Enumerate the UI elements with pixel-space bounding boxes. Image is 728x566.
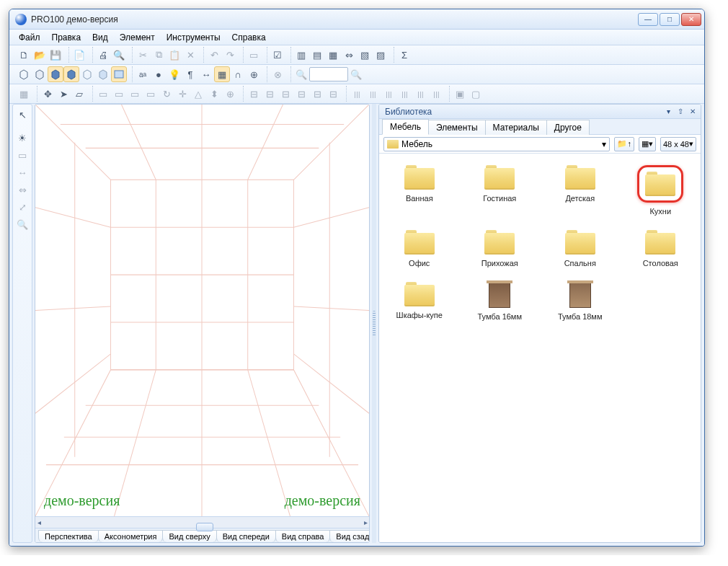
group-icon[interactable]: ▣ [452, 86, 468, 102]
target-icon[interactable]: ⊕ [246, 66, 262, 82]
close-button[interactable]: ✕ [681, 13, 701, 26]
open-icon[interactable]: 📂 [32, 47, 48, 63]
delete-icon[interactable]: ✕ [182, 47, 198, 63]
folder-kitchens[interactable]: Кухни [621, 162, 701, 218]
snap-2-icon[interactable]: ⊟ [262, 86, 278, 102]
tab-right[interactable]: Вид справа [275, 530, 331, 542]
menu-view[interactable]: Вид [87, 31, 113, 44]
folder-living[interactable]: Гостиная [460, 162, 541, 218]
flip-icon[interactable]: ⬍ [206, 86, 222, 102]
tab-perspective[interactable]: Перспектива [38, 530, 99, 542]
viewport-scrollbar[interactable]: ◂ ▸ [35, 516, 369, 528]
align-2-icon[interactable]: ▭ [111, 86, 127, 102]
cursor-tool-icon[interactable]: ↖ [14, 107, 30, 123]
center-icon[interactable]: ✛ [174, 86, 190, 102]
folder-office[interactable]: Офис [379, 227, 460, 270]
lamp-icon[interactable]: ¶ [182, 66, 198, 82]
print-preview-icon[interactable]: 🔍 [111, 47, 127, 63]
outline-icon[interactable] [79, 66, 95, 82]
snap-3-icon[interactable]: ⊟ [278, 86, 293, 102]
crosshair-icon[interactable]: ⊗ [270, 66, 285, 82]
menu-tools[interactable]: Инструменты [161, 31, 226, 44]
folder-kids[interactable]: Детская [540, 162, 621, 218]
panel-pin-icon[interactable]: ⇧ [675, 107, 685, 117]
light-icon[interactable]: 💡 [167, 66, 182, 82]
dist-4-icon[interactable]: ⫼ [396, 86, 412, 102]
snap-4-icon[interactable]: ⊟ [293, 86, 309, 102]
measure-tool-icon[interactable]: ☀ [14, 130, 30, 146]
folder-up-icon[interactable]: 📁↑ [614, 137, 634, 151]
dist-3-icon[interactable]: ⫼ [381, 86, 396, 102]
tool-4-icon[interactable]: ↔ [14, 164, 30, 180]
ungroup-icon[interactable]: ▢ [468, 86, 484, 102]
tab-axonometry[interactable]: Аксонометрия [98, 530, 164, 542]
select-all-icon[interactable]: ▦ [16, 86, 32, 102]
minimize-button[interactable]: — [638, 13, 658, 26]
folder-hallway[interactable]: Прихожая [460, 227, 541, 270]
titlebar[interactable]: PRO100 демо-версия — □ ✕ [9, 9, 704, 30]
item-cabinet-18[interactable]: Тумба 18мм [540, 279, 621, 324]
align-1-icon[interactable]: ▭ [95, 86, 111, 102]
print-icon[interactable]: 🖨 [95, 47, 111, 63]
polygon-icon[interactable]: ▱ [71, 86, 87, 102]
align-3-icon[interactable]: ▭ [127, 86, 143, 102]
menu-edit[interactable]: Правка [47, 31, 86, 44]
pointer-icon[interactable]: ➤ [56, 86, 71, 102]
tab-other[interactable]: Другое [546, 120, 590, 135]
library-path-field[interactable]: Мебель ▾ [383, 137, 610, 151]
shaded-icon[interactable] [48, 66, 63, 82]
view-mode-icon[interactable]: ▦▾ [639, 137, 656, 151]
rotate-icon[interactable]: ↻ [159, 86, 174, 102]
snap-1-icon[interactable]: ⊟ [246, 86, 262, 102]
tool-7-icon[interactable]: 🔍 [14, 216, 30, 232]
dist-1-icon[interactable]: ⫼ [349, 86, 365, 102]
sigma-icon[interactable]: Σ [396, 47, 412, 63]
report-4-icon[interactable]: ⇔ [341, 47, 357, 63]
snap-6-icon[interactable]: ⊟ [325, 86, 341, 102]
text-label-icon[interactable]: aa [135, 66, 151, 82]
report-1-icon[interactable]: ▥ [293, 47, 309, 63]
tab-top[interactable]: Вид сверху [162, 530, 216, 542]
folder-dining[interactable]: Столовая [621, 227, 701, 270]
dist-5-icon[interactable]: ⫼ [412, 86, 428, 102]
report-6-icon[interactable]: ▨ [373, 47, 389, 63]
folder-bathroom[interactable]: Ванная [379, 162, 460, 218]
item-cabinet-16[interactable]: Тумба 16мм [460, 279, 541, 324]
menu-element[interactable]: Элемент [115, 31, 160, 44]
cut-icon[interactable]: ✂ [135, 47, 151, 63]
panel-close-icon[interactable]: ✕ [688, 107, 698, 117]
tab-furniture[interactable]: Мебель [382, 119, 429, 135]
center-2-icon[interactable]: ⊕ [222, 86, 238, 102]
properties-icon[interactable]: 📄 [71, 47, 87, 63]
folder-wardrobes[interactable]: Шкафы-купе [379, 279, 460, 324]
dimension-icon[interactable]: ↔ [198, 66, 214, 82]
report-5-icon[interactable]: ▧ [357, 47, 373, 63]
transparent-icon[interactable] [95, 66, 111, 82]
grid-icon[interactable]: ▦ [214, 66, 230, 82]
thumb-size-button[interactable]: 48 x 48 ▾ [660, 137, 696, 151]
folder-bedroom[interactable]: Спальня [540, 227, 621, 270]
sphere-icon[interactable]: ● [151, 66, 167, 82]
tool-3-icon[interactable]: ▭ [14, 147, 30, 163]
maximize-button[interactable]: □ [660, 13, 680, 26]
menu-help[interactable]: Справка [227, 31, 271, 44]
room-box-icon[interactable] [111, 66, 127, 82]
splitter[interactable] [372, 104, 376, 543]
tab-elements[interactable]: Элементы [428, 120, 486, 135]
viewport-3d[interactable]: демо-версия демо-версия [35, 105, 369, 516]
redo-icon[interactable]: ↷ [222, 47, 238, 63]
tab-back[interactable]: Вид сзади [329, 530, 370, 542]
paste-icon[interactable]: 📋 [167, 47, 182, 63]
tab-front[interactable]: Вид спереди [216, 530, 276, 542]
tool-6-icon[interactable]: ⤢ [14, 199, 30, 215]
copy-icon[interactable]: ⧉ [151, 47, 167, 63]
dist-6-icon[interactable]: ⫼ [428, 86, 444, 102]
new-icon[interactable]: 🗋 [16, 47, 32, 63]
path-dropdown-icon[interactable]: ▾ [602, 139, 606, 149]
menu-file[interactable]: Файл [14, 31, 45, 44]
tab-materials[interactable]: Материалы [485, 120, 547, 135]
dist-2-icon[interactable]: ⫼ [365, 86, 381, 102]
hidden-line-icon[interactable] [32, 66, 48, 82]
mirror-icon[interactable]: △ [190, 86, 206, 102]
zoom-icon[interactable]: 🔍 [293, 66, 309, 82]
